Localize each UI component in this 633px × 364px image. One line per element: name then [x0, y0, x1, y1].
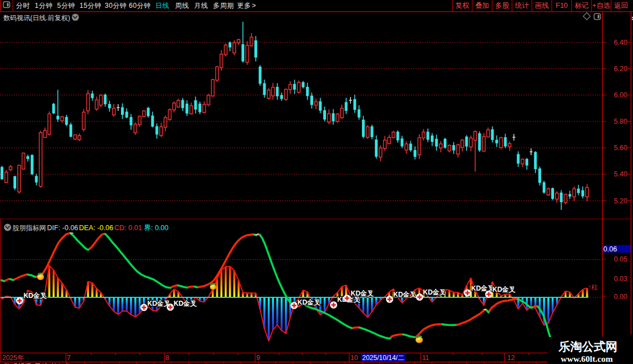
svg-text:www.60lt.com: www.60lt.com — [561, 354, 613, 363]
svg-text:6.40: 6.40 — [614, 39, 627, 46]
svg-text:界: 0.00: 界: 0.00 — [144, 224, 169, 232]
svg-text:KD金叉: KD金叉 — [351, 290, 374, 297]
svg-text:叠加: 叠加 — [475, 2, 489, 10]
svg-text:KD金叉: KD金叉 — [471, 284, 494, 292]
svg-text:F10: F10 — [556, 2, 568, 10]
svg-text:9: 9 — [257, 354, 260, 362]
svg-text:>: > — [252, 2, 257, 10]
svg-text:5.80: 5.80 — [614, 118, 627, 125]
svg-text:月线: 月线 — [194, 2, 208, 10]
svg-text:DEA: -0.06: DEA: -0.06 — [79, 224, 113, 232]
svg-text:返回: 返回 — [614, 2, 628, 10]
svg-text:标记: 标记 — [575, 2, 589, 10]
svg-text:12: 12 — [508, 354, 515, 362]
svg-text:KD金叉: KD金叉 — [423, 288, 446, 296]
svg-text:数码视讯(日线.前复权): 数码视讯(日线.前复权) — [3, 14, 70, 22]
svg-text:0.05: 0.05 — [614, 255, 627, 263]
svg-text:0.00: 0.00 — [614, 293, 627, 301]
svg-text:KD金叉: KD金叉 — [393, 291, 416, 298]
svg-text:KD金叉: KD金叉 — [174, 300, 197, 307]
svg-text:复权: 复权 — [455, 2, 470, 10]
svg-text:2025/10/14/二: 2025/10/14/二 — [362, 354, 404, 362]
svg-text:11: 11 — [422, 354, 430, 362]
svg-text:KD金叉: KD金叉 — [492, 286, 515, 293]
svg-text:↑柱: ↑柱 — [588, 284, 598, 291]
svg-text:30分钟: 30分钟 — [105, 2, 127, 10]
svg-text:5.20: 5.20 — [614, 197, 627, 205]
svg-text:股朋指标网: 股朋指标网 — [12, 224, 46, 232]
svg-text:1分钟: 1分钟 — [35, 2, 53, 10]
svg-text:0.06: 0.06 — [603, 245, 617, 253]
svg-text:5分钟: 5分钟 — [57, 2, 75, 10]
svg-text:10: 10 — [351, 354, 359, 362]
svg-text:更多: 更多 — [237, 2, 251, 10]
svg-text:5.60: 5.60 — [614, 144, 627, 152]
svg-text:5.40: 5.40 — [614, 170, 627, 178]
svg-text:分时: 分时 — [16, 2, 30, 10]
svg-text:0.03: 0.03 — [614, 275, 627, 283]
svg-text:+自选: +自选 — [592, 2, 610, 10]
svg-text:2025年: 2025年 — [2, 354, 24, 362]
svg-text:多股: 多股 — [495, 2, 510, 10]
svg-text:DIF: -0.06: DIF: -0.06 — [47, 224, 78, 232]
svg-text:6.00: 6.00 — [614, 91, 627, 99]
svg-text:乐淘公式网: 乐淘公式网 — [558, 340, 617, 353]
svg-text:周线: 周线 — [175, 2, 189, 10]
svg-text:7: 7 — [67, 354, 71, 362]
svg-text:KD金叉: KD金叉 — [297, 298, 320, 306]
svg-text:6.20: 6.20 — [614, 65, 627, 73]
svg-text:CD: 0.01: CD: 0.01 — [114, 224, 142, 232]
svg-text:KD金叉: KD金叉 — [24, 292, 46, 300]
svg-text:8: 8 — [166, 354, 170, 362]
svg-text:60分钟: 60分钟 — [129, 2, 151, 10]
svg-text:统计: 统计 — [515, 2, 529, 10]
svg-text:15分钟: 15分钟 — [80, 2, 101, 10]
svg-text:画线: 画线 — [535, 2, 549, 10]
svg-text:日线: 日线 — [155, 2, 169, 10]
svg-text:多周期: 多周期 — [213, 2, 234, 10]
